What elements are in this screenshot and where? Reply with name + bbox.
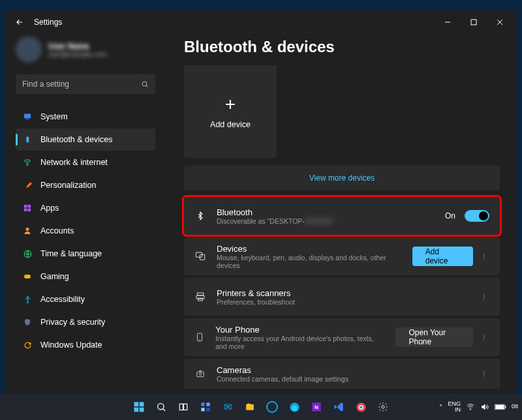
close-button[interactable] xyxy=(487,13,513,31)
globe-icon xyxy=(22,248,33,259)
window-title: Settings xyxy=(34,18,62,27)
devices-sub: Mouse, keyboard, pen, audio, displays an… xyxy=(217,254,402,269)
search-button[interactable] xyxy=(151,397,171,417)
sidebar-item-accessibility[interactable]: Accessibility xyxy=(16,288,155,310)
printer-icon xyxy=(194,292,206,302)
phone-sub: Instantly access your Android device's p… xyxy=(215,335,385,350)
sidebar-item-apps[interactable]: Apps xyxy=(16,197,155,219)
svg-rect-1 xyxy=(471,20,476,25)
devices-title: Devices xyxy=(217,244,402,254)
svg-rect-45 xyxy=(505,406,506,409)
update-icon xyxy=(22,340,33,350)
start-button[interactable] xyxy=(129,397,149,417)
svg-rect-4 xyxy=(26,119,29,120)
view-more-devices[interactable]: View more devices xyxy=(184,166,500,190)
chrome-icon[interactable] xyxy=(351,397,371,417)
sidebar-item-label: Bluetooth & devices xyxy=(40,135,113,144)
user-info[interactable]: User Name user@example.com xyxy=(16,37,155,63)
sidebar-item-privacy-security[interactable]: Privacy & security xyxy=(16,311,155,333)
chevron-right-icon: 〉 xyxy=(482,252,489,262)
wifi-icon[interactable] xyxy=(466,403,475,411)
widgets-button[interactable] xyxy=(196,397,215,417)
add-device-tile[interactable]: + Add device xyxy=(184,65,277,158)
chevron-right-icon: 〉 xyxy=(482,333,489,342)
svg-rect-44 xyxy=(495,405,504,409)
svg-rect-26 xyxy=(140,408,144,412)
cameras-title: Cameras xyxy=(217,365,348,375)
svg-point-2 xyxy=(142,82,147,86)
battery-icon[interactable] xyxy=(495,404,506,410)
svg-rect-3 xyxy=(24,114,31,119)
page-title: Bluetooth & devices xyxy=(184,38,500,56)
add-device-label: Add device xyxy=(210,120,251,129)
titlebar: Settings xyxy=(5,10,517,34)
taskbar: ✉ N ˄ ENGIN 0 xyxy=(0,394,522,420)
svg-point-13 xyxy=(27,296,28,297)
task-view-button[interactable] xyxy=(174,397,193,417)
sidebar-item-network-internet[interactable]: Network & internet xyxy=(16,151,155,173)
svg-rect-9 xyxy=(28,209,31,212)
sidebar-item-gaming[interactable]: Gaming xyxy=(16,265,155,288)
sidebar-item-label: Gaming xyxy=(40,272,69,281)
onenote-icon[interactable]: N xyxy=(307,397,326,417)
bluetooth-toggle[interactable] xyxy=(465,210,489,222)
bluetooth-sub: Discoverable as "DESKTOP-XXXXXX" xyxy=(217,217,335,225)
grid-icon xyxy=(22,203,33,213)
bluetooth-icon xyxy=(22,134,33,145)
sidebar-item-label: System xyxy=(40,112,68,121)
dell-icon[interactable] xyxy=(262,397,282,417)
add-device-button[interactable]: Add device xyxy=(412,247,473,266)
sidebar-item-label: Privacy & security xyxy=(40,318,105,327)
avatar xyxy=(16,37,42,63)
chevron-right-icon: 〉 xyxy=(482,292,489,302)
sidebar-item-bluetooth-devices[interactable]: Bluetooth & devices xyxy=(16,128,155,151)
edge-icon[interactable] xyxy=(284,397,304,417)
phone-row[interactable]: Your Phone Instantly access your Android… xyxy=(184,318,500,356)
sidebar-item-windows-update[interactable]: Windows Update xyxy=(16,334,155,356)
svg-rect-28 xyxy=(179,404,183,410)
printers-row[interactable]: Printers & scanners Preferences, trouble… xyxy=(184,278,500,316)
devices-row[interactable]: Devices Mouse, keyboard, pen, audio, dis… xyxy=(184,237,500,275)
svg-point-42 xyxy=(470,410,470,410)
maximize-button[interactable] xyxy=(461,13,487,31)
svg-rect-8 xyxy=(24,209,27,212)
settings-icon[interactable] xyxy=(373,397,393,417)
sidebar-item-personalization[interactable]: Personalization xyxy=(16,174,155,196)
sidebar-item-label: Time & language xyxy=(40,249,102,258)
phone-icon xyxy=(194,331,205,343)
svg-rect-12 xyxy=(24,275,31,278)
clock[interactable]: 08 xyxy=(512,404,518,410)
search-input[interactable]: Find a setting xyxy=(16,74,155,94)
minimize-button[interactable] xyxy=(435,13,461,31)
sidebar-item-system[interactable]: System xyxy=(16,106,155,128)
tray-chevron-icon[interactable]: ˄ xyxy=(439,404,442,411)
user-name: User Name xyxy=(48,42,106,51)
svg-rect-24 xyxy=(140,402,144,407)
svg-rect-17 xyxy=(196,295,204,299)
svg-rect-7 xyxy=(28,205,31,208)
bluetooth-row[interactable]: Bluetooth Discoverable as "DESKTOP-XXXXX… xyxy=(184,197,500,235)
shield-icon xyxy=(22,317,33,327)
volume-icon[interactable] xyxy=(480,403,489,411)
sidebar: User Name user@example.com Find a settin… xyxy=(5,34,161,394)
sidebar-item-label: Apps xyxy=(40,203,59,213)
sidebar-item-time-language[interactable]: Time & language xyxy=(16,243,155,265)
svg-point-35 xyxy=(292,405,298,411)
devices-icon xyxy=(194,251,206,262)
plus-icon: + xyxy=(225,94,236,115)
cameras-sub: Connected cameras, default image setting… xyxy=(217,375,348,383)
printers-title: Printers & scanners xyxy=(217,288,295,298)
vscode-icon[interactable] xyxy=(329,397,348,417)
svg-point-10 xyxy=(26,228,29,231)
language-indicator[interactable]: ENGIN xyxy=(448,401,461,413)
search-placeholder: Find a setting xyxy=(22,80,69,89)
thunderbird-icon[interactable]: ✉ xyxy=(218,397,238,417)
camera-icon xyxy=(194,369,206,378)
sidebar-item-accounts[interactable]: Accounts xyxy=(16,220,155,242)
explorer-icon[interactable] xyxy=(240,397,260,417)
back-button[interactable] xyxy=(10,13,29,31)
open-phone-button[interactable]: Open Your Phone xyxy=(395,327,473,347)
cameras-row[interactable]: Cameras Connected cameras, default image… xyxy=(184,359,500,389)
bluetooth-icon xyxy=(194,210,206,222)
svg-rect-16 xyxy=(197,293,203,295)
